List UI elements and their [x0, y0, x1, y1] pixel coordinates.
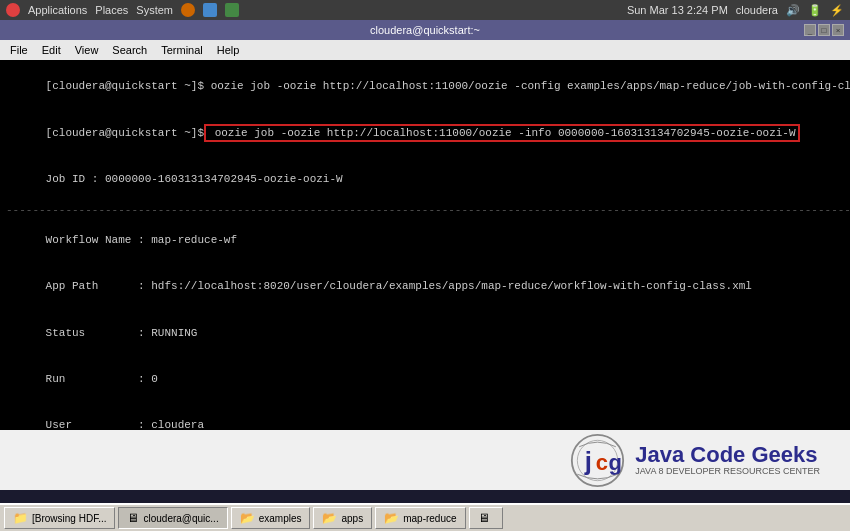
system-bar-right: Sun Mar 13 2:24 PM cloudera 🔊 🔋 ⚡	[627, 4, 844, 17]
menu-bar: File Edit View Search Terminal Help	[0, 40, 850, 60]
places-menu[interactable]: Places	[95, 4, 128, 16]
apps-logo-icon	[6, 3, 20, 17]
svg-text:j: j	[584, 446, 592, 474]
taskbar: 📁 [Browsing HDF... 🖥 cloudera@quic... 📂 …	[0, 503, 850, 531]
terminal-line-1: [cloudera@quickstart ~]$ oozie job -oozi…	[6, 64, 844, 110]
workflow-name-val: map-reduce-wf	[151, 234, 237, 246]
jcg-brand-subtitle: JAVA 8 DEVELOPER RESOURCES CENTER	[635, 466, 820, 476]
system-username: cloudera	[736, 4, 778, 16]
maximize-button[interactable]: □	[818, 24, 830, 36]
menu-terminal[interactable]: Terminal	[155, 42, 209, 58]
system-bar: Applications Places System Sun Mar 13 2:…	[0, 0, 850, 20]
network-icon: ⚡	[830, 4, 844, 17]
svg-text:g: g	[609, 449, 622, 474]
extra-icon1	[203, 3, 217, 17]
taskbar-icon-extra: 🖥	[478, 511, 490, 525]
menu-view[interactable]: View	[69, 42, 105, 58]
taskbar-btn-examples[interactable]: 📂 examples	[231, 507, 311, 529]
terminal-app-path: App Path : hdfs://localhost:8020/user/cl…	[6, 264, 844, 310]
menu-file[interactable]: File	[4, 42, 34, 58]
menu-search[interactable]: Search	[106, 42, 153, 58]
jcg-text-block: Java Code Geeks JAVA 8 DEVELOPER RESOURC…	[635, 444, 820, 476]
user-val: cloudera	[151, 419, 204, 430]
terminal-user: User : cloudera	[6, 403, 844, 430]
terminal-sep-1: ----------------------------------------…	[6, 203, 844, 218]
menu-help[interactable]: Help	[211, 42, 246, 58]
title-bar: cloudera@quickstart:~ _ □ ×	[0, 20, 850, 40]
system-datetime: Sun Mar 13 2:24 PM	[627, 4, 728, 16]
terminal-prompt-2: [cloudera@quickstart ~]$	[46, 127, 204, 139]
taskbar-label-apps: apps	[341, 513, 363, 524]
terminal-line-2: [cloudera@quickstart ~]$ oozie job -oozi…	[6, 110, 844, 156]
svg-text:c: c	[596, 449, 608, 474]
terminal-run: Run : 0	[6, 356, 844, 402]
window-title: cloudera@quickstart:~	[370, 24, 480, 36]
taskbar-btn-extra[interactable]: 🖥	[469, 507, 503, 529]
taskbar-btn-terminal[interactable]: 🖥 cloudera@quic...	[118, 507, 227, 529]
terminal-window[interactable]: [cloudera@quickstart ~]$ oozie job -oozi…	[0, 60, 850, 430]
apps-menu[interactable]: Applications	[28, 4, 87, 16]
taskbar-btn-apps[interactable]: 📂 apps	[313, 507, 372, 529]
system-menu[interactable]: System	[136, 4, 173, 16]
terminal-workflow-name: Workflow Name : map-reduce-wf	[6, 218, 844, 264]
user-label: User :	[46, 419, 145, 430]
status-val: RUNNING	[151, 327, 197, 339]
jcg-brand-title: Java Code Geeks	[635, 444, 817, 466]
terminal-status: Status : RUNNING	[6, 310, 844, 356]
taskbar-icon-terminal: 🖥	[127, 511, 139, 525]
terminal-content: [cloudera@quickstart ~]$ oozie job -oozi…	[6, 64, 844, 430]
app-path-val: hdfs://localhost:8020/user/cloudera/exam…	[151, 280, 752, 292]
terminal-line-3: Job ID : 0000000-160313134702945-oozie-o…	[6, 156, 844, 202]
terminal-line-1-text: [cloudera@quickstart ~]$ oozie job -oozi…	[46, 80, 850, 92]
run-label: Run :	[46, 373, 145, 385]
minimize-button[interactable]: _	[804, 24, 816, 36]
terminal-cmd-highlight: oozie job -oozie http://localhost:11000/…	[204, 124, 800, 142]
extra-icon2	[225, 3, 239, 17]
app-path-label: App Path :	[46, 280, 145, 292]
taskbar-label-browsing: [Browsing HDF...	[32, 513, 106, 524]
firefox-icon	[181, 3, 195, 17]
jcg-logo-icon: j c g	[570, 433, 625, 488]
battery-icon: 🔋	[808, 4, 822, 17]
taskbar-icon-examples: 📂	[240, 511, 255, 525]
taskbar-label-mapreduce: map-reduce	[403, 513, 456, 524]
close-button[interactable]: ×	[832, 24, 844, 36]
status-label: Status :	[46, 327, 145, 339]
workflow-name-label: Workflow Name :	[46, 234, 145, 246]
branding-area: j c g Java Code Geeks JAVA 8 DEVELOPER R…	[0, 430, 850, 490]
taskbar-btn-browsing[interactable]: 📁 [Browsing HDF...	[4, 507, 115, 529]
terminal-job-id: Job ID : 0000000-160313134702945-oozie-o…	[46, 173, 343, 185]
taskbar-label-examples: examples	[259, 513, 302, 524]
window-controls[interactable]: _ □ ×	[804, 24, 844, 36]
run-val: 0	[151, 373, 158, 385]
taskbar-label-terminal: cloudera@quic...	[143, 513, 218, 524]
menu-edit[interactable]: Edit	[36, 42, 67, 58]
system-bar-left: Applications Places System	[6, 3, 239, 17]
taskbar-btn-mapreduce[interactable]: 📂 map-reduce	[375, 507, 465, 529]
taskbar-icon-browsing: 📁	[13, 511, 28, 525]
taskbar-icon-apps: 📂	[322, 511, 337, 525]
volume-icon: 🔊	[786, 4, 800, 17]
taskbar-icon-mapreduce: 📂	[384, 511, 399, 525]
